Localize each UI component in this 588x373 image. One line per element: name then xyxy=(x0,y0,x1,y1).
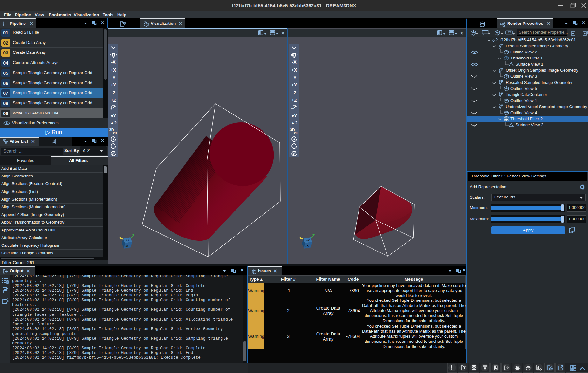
svg-text:-X: -X xyxy=(305,244,309,248)
svg-text:+Z: +Z xyxy=(126,238,130,242)
svg-text:+Z: +Z xyxy=(306,238,310,242)
svg-text:-X: -X xyxy=(125,244,128,248)
